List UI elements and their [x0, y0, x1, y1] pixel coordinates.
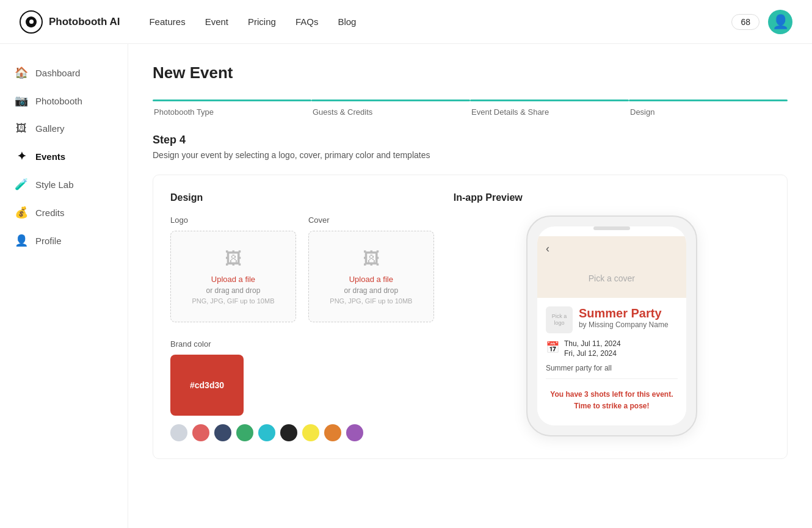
color-option-8[interactable] [324, 424, 341, 441]
cover-upload-link[interactable]: Upload a file [319, 275, 424, 284]
sidebar-label-dashboard: Dashboard [35, 68, 80, 78]
cover-upload-or: or drag and drop [319, 286, 424, 295]
color-palette [170, 424, 434, 441]
sidebar-item-photobooth[interactable]: 📷 Photobooth [0, 87, 128, 115]
calendar-icon: 📅 [546, 341, 559, 354]
sidebar-label-gallery: Gallery [35, 123, 65, 134]
gallery-icon: 🖼 [15, 122, 28, 135]
logo-icon [20, 10, 43, 34]
step-description: Design your event by selecting a logo, c… [153, 150, 788, 160]
profile-icon: 👤 [15, 234, 28, 247]
color-option-2[interactable] [192, 424, 209, 441]
step-4-label: Design [629, 107, 788, 117]
sidebar-item-profile[interactable]: 👤 Profile [0, 226, 128, 255]
sidebar-item-stylelab[interactable]: 🧪 Style Lab [0, 170, 128, 198]
events-icon: ✦ [15, 150, 28, 163]
logo-upload-link[interactable]: Upload a file [181, 275, 286, 284]
upload-row: Logo 🖼 Upload a file or drag and drop PN… [170, 215, 434, 322]
step-number: Step 4 [153, 134, 788, 146]
step-3: Event Details & Share [470, 99, 629, 117]
event-description: Summer party for all [546, 364, 678, 372]
event-cta: You have 3 shots left for this event. Ti… [546, 384, 678, 417]
sidebar-label-profile: Profile [35, 236, 62, 246]
logo-text: Photobooth AI [49, 16, 120, 28]
sidebar-label-events: Events [35, 151, 65, 162]
event-divider [546, 378, 678, 379]
nav-blog[interactable]: Blog [338, 16, 356, 27]
step-info: Step 4 Design your event by selecting a … [153, 134, 788, 160]
cover-upload-zone[interactable]: 🖼 Upload a file or drag and drop PNG, JP… [308, 231, 434, 322]
sidebar-item-dashboard[interactable]: 🏠 Dashboard [0, 59, 128, 87]
phone-top-bar [593, 226, 630, 230]
nav-features[interactable]: Features [149, 16, 185, 27]
step-3-label: Event Details & Share [470, 107, 629, 117]
color-option-4[interactable] [236, 424, 253, 441]
avatar[interactable]: 👤 [768, 10, 792, 34]
color-option-3[interactable] [214, 424, 231, 441]
stylelab-icon: 🧪 [15, 178, 28, 191]
step-2-bar [311, 99, 470, 101]
sidebar-item-gallery[interactable]: 🖼 Gallery [0, 115, 128, 142]
phone-back-icon[interactable]: ‹ [546, 242, 549, 255]
design-section-title: Design [170, 192, 434, 203]
event-cta-text: You have 3 shots left for this event. Ti… [546, 389, 678, 412]
header-right: 68 👤 [731, 10, 792, 34]
cover-placeholder-text: Pick a cover [537, 273, 686, 283]
user-icon: 👤 [772, 14, 789, 30]
logo-label: Logo [170, 215, 296, 225]
step-3-bar [470, 99, 629, 101]
event-logo-placeholder: Pick a logo [546, 306, 573, 333]
brand-color-swatch[interactable]: #cd3d30 [170, 355, 244, 416]
step-4: Design [629, 99, 788, 117]
cover-label: Cover [308, 215, 434, 225]
logo-image-icon: 🖼 [181, 248, 286, 269]
logo-upload-or: or drag and drop [181, 286, 286, 295]
step-4-bar [629, 99, 788, 101]
preview-panel: In-app Preview ‹ Pick a cover [454, 192, 770, 441]
camera-icon: 📷 [15, 94, 28, 107]
date-line-1: Thu, Jul 11, 2024 [564, 339, 621, 348]
phone-event-card: Pick a logo Summer Party by Missing Comp… [537, 298, 686, 425]
home-icon: 🏠 [15, 66, 28, 79]
event-by: by Missing Company Name [579, 320, 669, 329]
logo-placeholder-text: Pick a logo [546, 313, 573, 327]
sidebar-item-events[interactable]: ✦ Events [0, 142, 128, 170]
preview-section-title: In-app Preview [454, 192, 770, 203]
step-1-label: Photobooth Type [153, 107, 311, 117]
page-title: New Event [153, 63, 788, 82]
sidebar-item-credits[interactable]: 💰 Credits [0, 198, 128, 226]
step-1: Photobooth Type [153, 99, 311, 117]
nav-pricing[interactable]: Pricing [248, 16, 276, 27]
logo-upload-zone[interactable]: 🖼 Upload a file or drag and drop PNG, JP… [170, 231, 296, 322]
credits-badge[interactable]: 68 [731, 14, 759, 30]
cover-image-icon: 🖼 [319, 248, 424, 269]
color-option-9[interactable] [346, 424, 363, 441]
sidebar: 🏠 Dashboard 📷 Photobooth 🖼 Gallery ✦ Eve… [0, 44, 128, 528]
brand-color-label: Brand color [170, 339, 434, 349]
header: Photobooth AI Features Event Pricing FAQ… [0, 0, 812, 44]
content-card: Design Logo 🖼 Upload a file or drag and … [153, 175, 788, 459]
cta-line-2: Time to strike a pose! [546, 400, 678, 412]
phone-screen: ‹ Pick a cover Pick a logo Summe [537, 226, 686, 425]
sidebar-label-photobooth: Photobooth [35, 96, 82, 106]
event-title-block: Summer Party by Missing Company Name [579, 306, 669, 329]
nav-event[interactable]: Event [205, 16, 228, 27]
event-date: 📅 Thu, Jul 11, 2024 Fri, Jul 12, 2024 [546, 339, 678, 359]
color-option-5[interactable] [258, 424, 275, 441]
steps-bar: Photobooth Type Guests & Credits Event D… [153, 99, 788, 117]
cta-line-1: You have 3 shots left for this event. [546, 389, 678, 400]
color-option-6[interactable] [280, 424, 297, 441]
main-content: New Event Photobooth Type Guests & Credi… [128, 44, 812, 528]
color-option-1[interactable] [170, 424, 187, 441]
phone-frame: ‹ Pick a cover Pick a logo Summe [526, 215, 697, 436]
phone-cover-area: Pick a cover [537, 259, 686, 298]
sidebar-label-stylelab: Style Lab [35, 179, 74, 190]
credits-icon: 💰 [15, 206, 28, 219]
brand-color-hex: #cd3d30 [190, 380, 224, 390]
color-option-7[interactable] [302, 424, 319, 441]
layout: 🏠 Dashboard 📷 Photobooth 🖼 Gallery ✦ Eve… [0, 44, 812, 528]
event-title: Summer Party [579, 306, 669, 320]
nav-faqs[interactable]: FAQs [295, 16, 319, 27]
step-2: Guests & Credits [311, 99, 470, 117]
cover-upload-block: Cover 🖼 Upload a file or drag and drop P… [308, 215, 434, 322]
